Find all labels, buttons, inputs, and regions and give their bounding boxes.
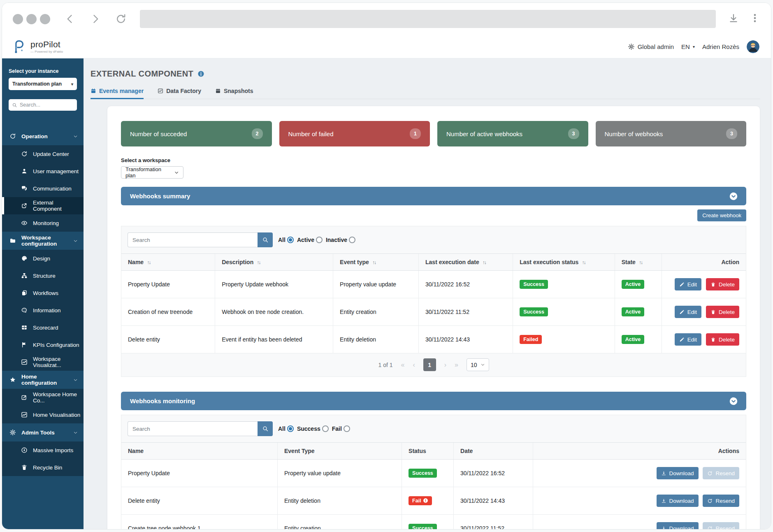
next-page-icon[interactable]: › [444,361,446,369]
workspace-select[interactable]: Transformation plan [121,166,183,179]
collapse-chevron-icon[interactable] [729,192,738,201]
sidebar-item-workflows[interactable]: Workflows [2,284,84,302]
info-icon[interactable] [197,70,204,77]
avatar[interactable] [747,40,759,53]
resend-icon [707,471,713,476]
sidebar-item-update-center[interactable]: Update Center [2,145,84,163]
chat-icon [21,185,28,192]
reload-icon[interactable] [115,13,127,25]
delete-button[interactable]: Delete [706,278,739,290]
language-selector[interactable]: EN▾ [681,43,695,50]
sidebar-item-monitoring[interactable]: Monitoring [2,214,84,232]
col-state[interactable]: State↑↓ [615,254,662,271]
col-last-execution-date[interactable]: Last execution date↑↓ [419,254,513,271]
global-admin-menu[interactable]: Global admin [628,43,674,50]
sidebar-item-scorecard[interactable]: Scorecard [2,319,84,336]
filter-all[interactable]: All [278,425,294,432]
prev-page-icon[interactable]: ‹ [413,361,415,369]
page-count-label: 1 of 1 [378,362,392,368]
sidebar-item-user-management[interactable]: User management [2,163,84,180]
webhooks-monitoring-bar[interactable]: Webhooks monitoring [121,392,746,410]
filter-success[interactable]: Success [297,425,329,432]
delete-button[interactable]: Delete [706,306,739,318]
sidebar-item-design[interactable]: Design [2,250,84,267]
resend-button[interactable]: Resend [703,522,739,530]
filter-inactive[interactable]: Inactive [326,237,355,243]
state-badge: Active [622,280,645,289]
download-button[interactable]: Download [657,495,699,507]
forward-icon[interactable] [90,13,101,25]
sidebar-group-operation[interactable]: Operation [2,127,84,145]
sidebar-item-structure[interactable]: Structure [2,267,84,284]
edit-button[interactable]: Edit [675,278,701,290]
sidebar-group-home-configuration[interactable]: Home configuration [2,371,84,389]
back-icon[interactable] [64,13,76,25]
sidebar-item-information[interactable]: Information [2,302,84,319]
download-icon [661,471,666,476]
col-last-execution-status[interactable]: Last execution status↑↓ [513,254,615,271]
download-page-icon[interactable] [728,13,739,25]
sidebar-item-recycle-bin[interactable]: Recycle Bin [2,459,84,476]
col-name[interactable]: Name↑↓ [121,254,215,271]
filter-all[interactable]: All [278,237,294,243]
summary-search-input[interactable] [128,232,258,247]
first-page-icon[interactable]: « [401,361,404,369]
sidebar-item-workspace-visualization[interactable]: Workspace Visualizat... [2,353,84,371]
resend-button[interactable]: Resend [703,495,739,507]
download-button[interactable]: Download [657,467,699,479]
delete-button[interactable]: Delete [706,333,739,346]
col-description[interactable]: Description↑↓ [215,254,333,271]
sidebar-item-kpis-configuration[interactable]: KPIs Configuration [2,336,84,353]
sidebar-item-external-component[interactable]: External Component [2,197,84,214]
page-size-select[interactable]: 10 [467,358,489,371]
brand-tagline: — Powered by dFakto [30,50,63,53]
state-badge: Active [622,307,645,316]
user-name[interactable]: Adrien Rozès [702,43,739,50]
resend-button[interactable]: Resend [703,467,739,479]
window-dot [13,14,23,24]
col-actions: Actions [533,443,746,460]
sidebar-search[interactable] [9,99,77,111]
col-event-type[interactable]: Event type↑↓ [333,254,419,271]
collapse-chevron-icon[interactable] [729,397,738,406]
sidebar-item-workspace-home-config[interactable]: Workspace Home Co... [2,389,84,406]
user-icon [21,168,28,174]
table-row: Creation of new treenode Webhook on tree… [121,298,746,326]
search-icon [12,102,17,108]
copy-icon [21,290,28,296]
sidebar-group-admin-tools[interactable]: Admin Tools [2,423,84,441]
window-dot [40,14,50,24]
summary-search-button[interactable] [258,232,273,247]
sort-icon: ↑↓ [372,260,376,265]
monitoring-search-input[interactable] [128,421,258,436]
tab-events-manager[interactable]: Events manager [91,88,144,99]
sidebar-item-home-visualisation[interactable]: Home Visualisation [2,406,84,423]
col-date: Date [454,443,533,460]
sidebar-search-input[interactable] [20,102,74,108]
col-event-type: Event Type [278,443,402,460]
chevron-down-icon [481,362,485,367]
filter-active[interactable]: Active [297,237,323,243]
edit-button[interactable]: Edit [675,333,701,346]
monitoring-search-button[interactable] [258,421,273,436]
sidebar-item-communication[interactable]: Communication [2,180,84,197]
create-webhook-button[interactable]: Create webhook [697,209,746,221]
instance-select[interactable]: Transformation plan▾ [9,78,77,90]
webhooks-monitoring-table: Name Event Type Status Date Actions Prop… [121,442,746,530]
tab-snapshots[interactable]: Snapshots [215,88,253,99]
address-bar[interactable] [140,10,716,28]
filter-fail[interactable]: Fail [332,425,350,432]
current-page-button[interactable]: 1 [423,358,436,371]
chevron-down-icon [73,430,78,435]
brand-logo[interactable]: proPilot — Powered by dFakto [11,39,63,54]
kebab-menu-icon[interactable] [750,13,760,25]
sidebar-item-massive-imports[interactable]: Massive Imports [2,441,84,459]
tab-data-factory[interactable]: Data Factory [158,88,201,99]
last-page-icon[interactable]: » [455,361,458,369]
propilot-logo-icon [11,39,27,54]
webhooks-summary-bar[interactable]: Webhooks summary [121,187,746,205]
download-button[interactable]: Download [657,522,699,530]
edit-button[interactable]: Edit [675,306,701,318]
brand-name: proPilot [30,39,63,49]
sidebar-group-workspace-configuration[interactable]: Workspace configuration [2,232,84,250]
